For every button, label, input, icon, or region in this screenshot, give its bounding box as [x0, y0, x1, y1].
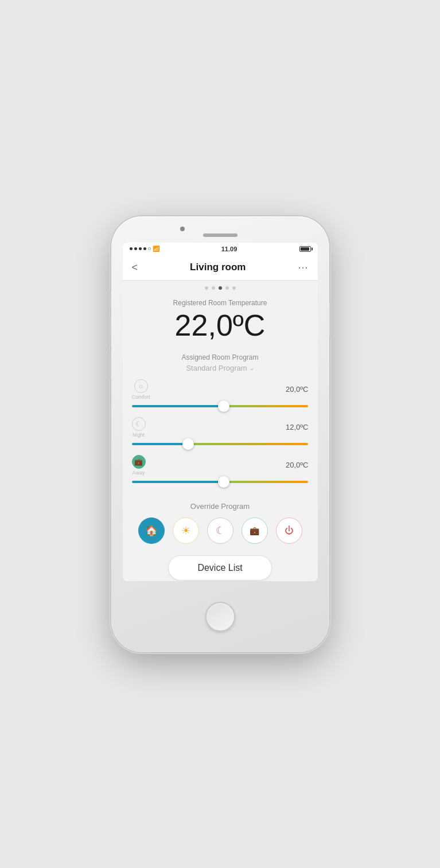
comfort-temp: 20,0ºC	[286, 385, 308, 394]
chevron-down-icon: ⌄	[250, 365, 254, 371]
dot-1[interactable]	[205, 286, 208, 290]
night-label: Night	[133, 432, 145, 438]
comfort-slider-track[interactable]	[132, 402, 309, 410]
slider-away: 💼 Away 20,0ºC	[132, 455, 309, 486]
program-section: Assigned Room Program Standard Program ⌄	[123, 349, 318, 375]
override-buttons: 🏠 ☀ ☾ 💼 ⏻	[132, 517, 309, 544]
slider-comfort: ☼ Comfort 20,0ºC	[132, 379, 309, 410]
override-suitcase-button[interactable]: 💼	[242, 517, 268, 544]
away-label: Away	[133, 470, 145, 476]
night-track	[132, 443, 309, 445]
comfort-label: Comfort	[132, 394, 150, 400]
status-time: 11.09	[221, 246, 237, 252]
temperature-label: Registered Room Temperature	[132, 299, 309, 307]
signal-dot-5	[148, 247, 151, 250]
phone-frame: 📶 11.09 < Living room ···	[111, 216, 329, 652]
page-dots	[123, 281, 318, 294]
device-list-section: Device List	[123, 550, 318, 581]
temperature-section: Registered Room Temperature 22,0ºC	[123, 294, 318, 349]
sliders-section: ☼ Comfort 20,0ºC	[123, 375, 318, 497]
program-dropdown-text: Standard Program	[186, 364, 247, 372]
slider-night: ☾ Night 12,0ºC	[132, 417, 309, 448]
signal-dot-3	[139, 247, 142, 250]
comfort-track	[132, 405, 309, 407]
battery-fill	[301, 247, 309, 251]
override-power-button[interactable]: ⏻	[276, 517, 302, 544]
signal-dot-4	[143, 247, 146, 250]
dot-2[interactable]	[212, 286, 215, 290]
slider-night-header: ☾ Night 12,0ºC	[132, 417, 309, 438]
comfort-icon-label: ☼ Comfort	[132, 379, 150, 400]
more-button[interactable]: ···	[298, 262, 308, 274]
status-left: 📶	[130, 246, 159, 252]
night-icon: ☾	[132, 417, 146, 431]
away-slider-track[interactable]	[132, 478, 309, 486]
away-temp: 20,0ºC	[286, 461, 308, 469]
volume-up-button	[109, 317, 111, 345]
volume-down-button	[109, 351, 111, 380]
night-slider-track[interactable]	[132, 440, 309, 448]
night-temp: 12,0ºC	[286, 423, 308, 431]
back-button[interactable]: <	[132, 262, 138, 274]
screen-content: Registered Room Temperature 22,0ºC Assig…	[123, 281, 318, 581]
speaker-bar	[203, 233, 237, 237]
away-icon: 💼	[132, 455, 146, 469]
dot-4[interactable]	[225, 286, 229, 290]
comfort-icon: ☼	[134, 379, 148, 393]
slider-away-header: 💼 Away 20,0ºC	[132, 455, 309, 476]
page-title: Living room	[190, 262, 246, 273]
night-icon-label: ☾ Night	[132, 417, 146, 438]
mute-button	[109, 291, 111, 308]
override-moon-button[interactable]: ☾	[207, 517, 233, 544]
phone-top	[111, 216, 329, 237]
override-label: Override Program	[132, 502, 309, 511]
override-sun-button[interactable]: ☀	[173, 517, 199, 544]
phone-screen: 📶 11.09 < Living room ···	[123, 243, 318, 581]
wifi-icon: 📶	[153, 246, 159, 252]
phone-bottom	[205, 581, 235, 652]
away-track	[132, 481, 309, 483]
nav-bar: < Living room ···	[123, 255, 318, 281]
dot-5[interactable]	[232, 286, 236, 290]
away-icon-label: 💼 Away	[132, 455, 146, 476]
program-dropdown[interactable]: Standard Program ⌄	[132, 364, 309, 372]
override-home-button[interactable]: 🏠	[138, 517, 165, 544]
battery-icon	[299, 246, 311, 252]
signal-dot-2	[134, 247, 137, 250]
dot-3[interactable]	[219, 286, 222, 290]
temperature-value: 22,0ºC	[132, 309, 309, 342]
signal-dot-1	[130, 247, 133, 250]
camera-dot	[180, 227, 185, 231]
program-label: Assigned Room Program	[132, 353, 309, 361]
power-button	[329, 302, 332, 337]
override-section: Override Program 🏠 ☀ ☾ 💼 ⏻	[123, 497, 318, 550]
status-bar: 📶 11.09	[123, 243, 318, 255]
slider-comfort-header: ☼ Comfort 20,0ºC	[132, 379, 309, 400]
home-button[interactable]	[205, 602, 235, 632]
device-list-button[interactable]: Device List	[168, 555, 271, 581]
